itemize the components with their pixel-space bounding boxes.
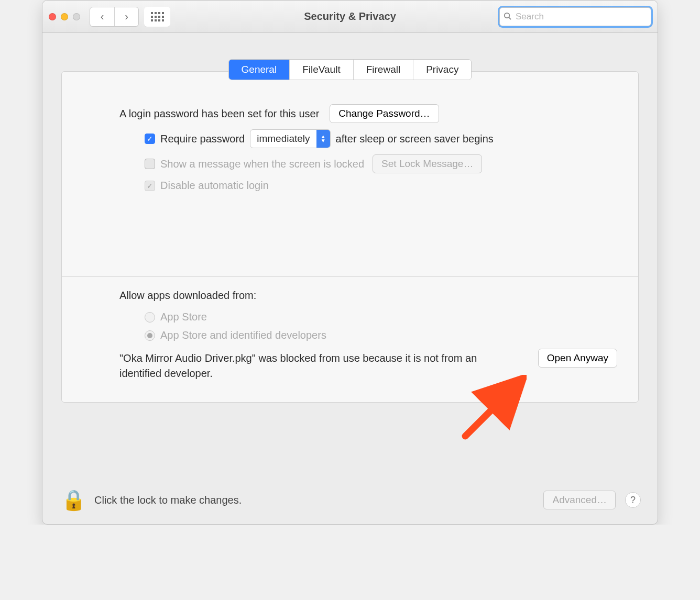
lock-icon[interactable]: 🔒 xyxy=(61,488,86,512)
zoom-window-button xyxy=(73,13,80,20)
require-password-checkbox[interactable]: ✓ xyxy=(145,134,155,144)
back-button[interactable]: ‹ xyxy=(90,7,114,26)
tab-bar: General FileVault Firewall Privacy xyxy=(228,59,472,80)
blocked-app-message: "Oka Mirror Audio Driver.pkg" was blocke… xyxy=(119,351,497,381)
password-set-text: A login password has been set for this u… xyxy=(119,108,319,120)
nav-buttons: ‹ › xyxy=(90,7,139,27)
show-all-button[interactable] xyxy=(144,7,170,27)
help-button[interactable]: ? xyxy=(625,492,641,508)
disable-auto-login-label: Disable automatic login xyxy=(160,180,269,192)
general-panel: A login password has been set for this u… xyxy=(61,71,639,403)
login-section: A login password has been set for this u… xyxy=(62,102,638,212)
lock-hint-text: Click the lock to make changes. xyxy=(94,494,242,506)
close-window-button[interactable] xyxy=(49,13,56,20)
chevron-right-icon: › xyxy=(125,10,128,23)
search-input[interactable] xyxy=(499,7,651,26)
set-lock-message-button: Set Lock Message… xyxy=(373,154,482,173)
tab-privacy[interactable]: Privacy xyxy=(413,60,471,80)
window-controls xyxy=(49,13,80,20)
dropdown-value: immediately xyxy=(250,130,316,148)
open-anyway-button[interactable]: Open Anyway xyxy=(538,349,617,368)
require-password-delay-dropdown[interactable]: immediately ▲▼ xyxy=(250,129,330,148)
chevron-updown-icon: ▲▼ xyxy=(316,130,330,148)
require-password-label: Require password xyxy=(160,133,245,145)
allow-identified-label: App Store and identified developers xyxy=(160,329,326,341)
advanced-button[interactable]: Advanced… xyxy=(543,491,616,509)
show-lock-message-label: Show a message when the screen is locked xyxy=(160,158,364,170)
allow-appstore-label: App Store xyxy=(160,311,207,323)
tab-filevault[interactable]: FileVault xyxy=(289,60,353,80)
tab-general[interactable]: General xyxy=(229,60,290,80)
chevron-left-icon: ‹ xyxy=(101,10,104,23)
allow-apps-heading: Allow apps downloaded from: xyxy=(119,290,256,302)
svg-line-1 xyxy=(509,17,511,19)
footer: 🔒 Click the lock to make changes. Advanc… xyxy=(42,476,658,524)
forward-button[interactable]: › xyxy=(114,7,138,26)
minimize-window-button[interactable] xyxy=(61,13,68,20)
svg-point-0 xyxy=(505,13,509,17)
disable-auto-login-checkbox: ✓ xyxy=(145,181,155,191)
search-icon xyxy=(504,12,511,21)
titlebar: ‹ › Security & Privacy xyxy=(42,1,658,33)
grid-icon xyxy=(151,12,164,21)
tab-firewall[interactable]: Firewall xyxy=(353,60,413,80)
allow-identified-radio xyxy=(145,330,155,341)
allow-apps-section: Allow apps downloaded from: App Store Ap… xyxy=(62,277,638,386)
require-password-suffix: after sleep or screen saver begins xyxy=(336,133,494,145)
show-lock-message-checkbox xyxy=(145,159,155,169)
search-field-wrap xyxy=(499,7,651,26)
change-password-button[interactable]: Change Password… xyxy=(330,104,439,123)
preferences-window: ‹ › Security & Privacy General FileVault… xyxy=(42,0,658,525)
allow-appstore-radio xyxy=(145,312,155,323)
